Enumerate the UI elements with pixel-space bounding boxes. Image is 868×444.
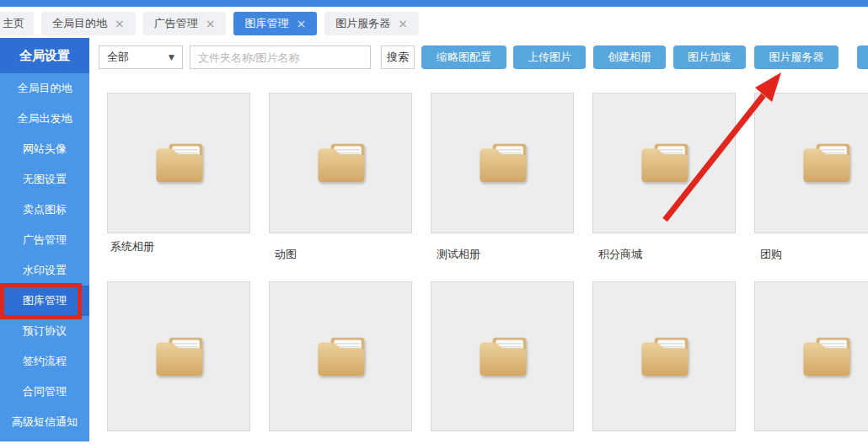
album-name: 积分商城 [592, 247, 736, 262]
sidebar-item-site-avatar[interactable]: 网站头像 [0, 134, 89, 164]
sidebar: 全局设置 全局目的地 全局出发地 网站头像 无图设置 卖点图标 广告管理 水印设… [0, 38, 89, 441]
album-folder-card[interactable] [269, 93, 412, 233]
album-name: 系统相册 [107, 239, 250, 254]
album-grid-row-1: 系统相册 动图 测试相册 积分商城 团购 [107, 93, 868, 262]
thumbnail-config-button[interactable]: 缩略图配置 [421, 45, 506, 69]
close-icon[interactable]: × [398, 18, 408, 29]
album-folder-card[interactable] [107, 93, 250, 233]
close-icon[interactable]: × [296, 18, 306, 29]
tab-image-server[interactable]: 图片服务器 × [324, 12, 419, 35]
tab-label: 图库管理 [244, 16, 288, 31]
album-folder-card[interactable] [754, 281, 868, 431]
search-button[interactable]: 搜索 [381, 45, 415, 69]
album-cell [754, 281, 868, 444]
tab-global-destination[interactable]: 全局目的地 × [41, 12, 136, 35]
album-cell [269, 281, 412, 444]
tab-label: 主页 [3, 16, 24, 31]
sidebar-item-watermark-settings[interactable]: 水印设置 [0, 255, 89, 286]
sidebar-item-contract-management[interactable]: 合同管理 [0, 377, 89, 407]
album-cell [592, 281, 736, 444]
album-cell: 团购 [754, 93, 868, 262]
album-cell: 系统相册 [107, 93, 250, 262]
album-folder-card[interactable] [592, 93, 736, 233]
upload-image-button[interactable]: 上传图片 [513, 45, 586, 69]
tab-label: 全局目的地 [52, 16, 107, 31]
image-server-button[interactable]: 图片服务器 [754, 45, 839, 69]
album-folder-card[interactable] [269, 281, 412, 431]
sidebar-item-global-departure[interactable]: 全局出发地 [0, 104, 89, 134]
top-accent-bar [0, 0, 868, 7]
folder-icon [147, 137, 211, 189]
chevron-down-icon: ▼ [169, 53, 174, 62]
album-folder-card[interactable] [754, 93, 868, 233]
tab-home[interactable]: 主页 [0, 12, 34, 35]
album-grid-row-2 [107, 281, 868, 444]
image-acceleration-button[interactable]: 图片加速 [673, 45, 746, 69]
folder-icon [470, 137, 534, 189]
album-folder-card[interactable] [431, 281, 574, 431]
image-gallery-admin-page: { "tabs": [ { "label": "主页", "active": f… [0, 0, 868, 444]
album-cell: 积分商城 [592, 93, 736, 262]
folder-icon [632, 331, 696, 382]
search-input[interactable] [190, 45, 371, 69]
album-cell [107, 281, 250, 444]
sidebar-item-booking-agreement[interactable]: 预订协议 [0, 316, 89, 346]
tab-bar: 主页 全局目的地 × 广告管理 × 图库管理 × 图片服务器 × [0, 7, 868, 38]
album-name: 测试相册 [431, 247, 574, 262]
tab-label: 广告管理 [154, 16, 198, 31]
folder-icon [632, 137, 696, 189]
album-folder-card[interactable] [107, 281, 250, 431]
tab-label: 图片服务器 [335, 16, 390, 31]
album-cell: 动图 [269, 93, 412, 262]
folder-icon [794, 137, 858, 189]
folder-icon [470, 331, 534, 382]
tab-gallery-management-active[interactable]: 图库管理 × [233, 12, 317, 35]
filter-dropdown[interactable]: 全部 ▼ [99, 45, 183, 69]
album-cell: 测试相册 [431, 93, 574, 262]
folder-icon [308, 331, 372, 382]
album-name: 团购 [754, 247, 868, 262]
folder-icon [794, 331, 858, 382]
sidebar-item-no-image-settings[interactable]: 无图设置 [0, 164, 89, 195]
sidebar-item-global-destination[interactable]: 全局目的地 [0, 73, 89, 104]
folder-icon [308, 137, 372, 189]
filter-dropdown-value: 全部 [107, 50, 129, 65]
sidebar-item-signing-process[interactable]: 签约流程 [0, 346, 89, 377]
close-icon[interactable]: × [115, 18, 125, 29]
sidebar-header-global-settings[interactable]: 全局设置 [0, 38, 89, 73]
create-album-button[interactable]: 创建相册 [593, 45, 666, 69]
album-folder-card[interactable] [431, 93, 574, 233]
album-cell [431, 281, 574, 444]
sidebar-item-gallery-management[interactable]: 图库管理 [0, 286, 89, 316]
album-name: 动图 [269, 247, 412, 262]
tab-ad-management[interactable]: 广告管理 × [143, 12, 227, 35]
folder-icon [147, 331, 211, 382]
close-icon[interactable]: × [206, 18, 216, 29]
sidebar-item-advanced-sms-notice[interactable]: 高级短信通知 [0, 407, 89, 437]
action-button-partial[interactable] [857, 45, 868, 69]
sidebar-item-selling-point-icons[interactable]: 卖点图标 [0, 195, 89, 225]
sidebar-item-ad-management[interactable]: 广告管理 [0, 225, 89, 255]
album-folder-card[interactable] [592, 281, 736, 431]
